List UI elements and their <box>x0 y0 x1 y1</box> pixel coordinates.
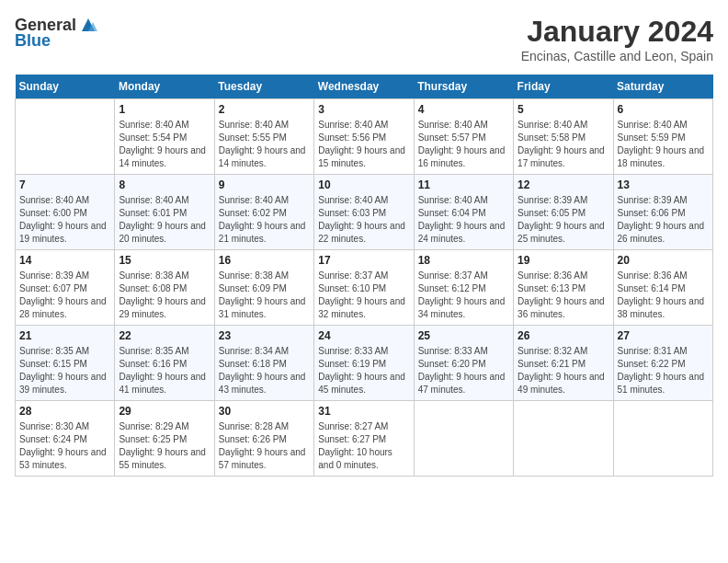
day-detail: Sunrise: 8:30 AMSunset: 6:24 PMDaylight:… <box>19 420 110 472</box>
day-number: 21 <box>19 329 110 342</box>
day-number: 17 <box>318 254 409 267</box>
day-number: 27 <box>618 329 709 342</box>
calendar-cell: 24Sunrise: 8:33 AMSunset: 6:19 PMDayligh… <box>314 326 414 401</box>
calendar-cell <box>414 401 513 477</box>
day-detail: Sunrise: 8:29 AMSunset: 6:25 PMDaylight:… <box>119 420 210 472</box>
day-number: 7 <box>19 178 110 191</box>
calendar-cell: 28Sunrise: 8:30 AMSunset: 6:24 PMDayligh… <box>16 401 115 477</box>
week-row-4: 21Sunrise: 8:35 AMSunset: 6:15 PMDayligh… <box>16 326 713 401</box>
day-detail: Sunrise: 8:40 AMSunset: 5:58 PMDaylight:… <box>518 119 609 170</box>
day-detail: Sunrise: 8:40 AMSunset: 5:57 PMDaylight:… <box>418 119 509 170</box>
day-header-tuesday: Tuesday <box>214 75 313 99</box>
day-number: 29 <box>119 405 210 418</box>
day-number: 24 <box>318 329 409 342</box>
day-number: 14 <box>19 254 110 267</box>
calendar-cell: 12Sunrise: 8:39 AMSunset: 6:05 PMDayligh… <box>514 175 613 250</box>
day-detail: Sunrise: 8:33 AMSunset: 6:20 PMDaylight:… <box>418 345 509 396</box>
calendar-cell: 15Sunrise: 8:38 AMSunset: 6:08 PMDayligh… <box>115 250 214 326</box>
day-detail: Sunrise: 8:40 AMSunset: 6:00 PMDaylight:… <box>19 194 110 246</box>
calendar-cell: 1Sunrise: 8:40 AMSunset: 5:54 PMDaylight… <box>115 99 214 175</box>
calendar-cell: 21Sunrise: 8:35 AMSunset: 6:15 PMDayligh… <box>16 326 115 401</box>
day-detail: Sunrise: 8:38 AMSunset: 6:09 PMDaylight:… <box>219 270 310 321</box>
day-number: 31 <box>318 405 409 418</box>
day-number: 23 <box>219 329 310 342</box>
day-number: 19 <box>518 254 609 267</box>
calendar-cell: 30Sunrise: 8:28 AMSunset: 6:26 PMDayligh… <box>214 401 313 477</box>
day-header-saturday: Saturday <box>613 75 712 99</box>
main-title: January 2024 <box>521 15 713 49</box>
day-detail: Sunrise: 8:32 AMSunset: 6:21 PMDaylight:… <box>518 345 609 396</box>
day-number: 25 <box>418 329 509 342</box>
day-detail: Sunrise: 8:27 AMSunset: 6:27 PMDaylight:… <box>318 420 409 472</box>
logo-blue: Blue <box>15 31 51 51</box>
day-number: 2 <box>219 103 310 116</box>
calendar-cell: 4Sunrise: 8:40 AMSunset: 5:57 PMDaylight… <box>414 99 513 175</box>
day-detail: Sunrise: 8:40 AMSunset: 6:03 PMDaylight:… <box>318 194 409 246</box>
calendar-cell <box>16 99 115 175</box>
day-number: 20 <box>618 254 709 267</box>
day-header-thursday: Thursday <box>414 75 513 99</box>
day-number: 10 <box>318 178 409 191</box>
day-number: 1 <box>119 103 210 116</box>
day-detail: Sunrise: 8:37 AMSunset: 6:12 PMDaylight:… <box>418 270 509 321</box>
day-detail: Sunrise: 8:36 AMSunset: 6:14 PMDaylight:… <box>618 270 709 321</box>
day-detail: Sunrise: 8:40 AMSunset: 6:02 PMDaylight:… <box>219 194 310 246</box>
calendar-cell: 25Sunrise: 8:33 AMSunset: 6:20 PMDayligh… <box>414 326 513 401</box>
day-number: 5 <box>518 103 609 116</box>
week-row-5: 28Sunrise: 8:30 AMSunset: 6:24 PMDayligh… <box>16 401 713 477</box>
calendar-cell: 22Sunrise: 8:35 AMSunset: 6:16 PMDayligh… <box>115 326 214 401</box>
day-header-friday: Friday <box>514 75 613 99</box>
calendar-cell: 23Sunrise: 8:34 AMSunset: 6:18 PMDayligh… <box>214 326 313 401</box>
calendar-cell <box>613 401 712 477</box>
header-row: SundayMondayTuesdayWednesdayThursdayFrid… <box>16 75 713 99</box>
logo-icon <box>78 15 98 35</box>
day-number: 13 <box>618 178 709 191</box>
day-number: 28 <box>19 405 110 418</box>
subtitle: Encinas, Castille and Leon, Spain <box>521 49 713 63</box>
day-detail: Sunrise: 8:31 AMSunset: 6:22 PMDaylight:… <box>618 345 709 396</box>
day-detail: Sunrise: 8:40 AMSunset: 5:59 PMDaylight:… <box>618 119 709 170</box>
calendar-table: SundayMondayTuesdayWednesdayThursdayFrid… <box>15 75 713 477</box>
day-number: 11 <box>418 178 509 191</box>
day-detail: Sunrise: 8:40 AMSunset: 6:01 PMDaylight:… <box>119 194 210 246</box>
day-number: 16 <box>219 254 310 267</box>
calendar-cell: 18Sunrise: 8:37 AMSunset: 6:12 PMDayligh… <box>414 250 513 326</box>
week-row-1: 1Sunrise: 8:40 AMSunset: 5:54 PMDaylight… <box>16 99 713 175</box>
header: General Blue January 2024 Encinas, Casti… <box>15 15 713 63</box>
day-header-monday: Monday <box>115 75 214 99</box>
day-number: 26 <box>518 329 609 342</box>
day-detail: Sunrise: 8:35 AMSunset: 6:16 PMDaylight:… <box>119 345 210 396</box>
calendar-cell: 16Sunrise: 8:38 AMSunset: 6:09 PMDayligh… <box>214 250 313 326</box>
day-number: 22 <box>119 329 210 342</box>
day-number: 8 <box>119 178 210 191</box>
day-detail: Sunrise: 8:39 AMSunset: 6:06 PMDaylight:… <box>618 194 709 246</box>
day-detail: Sunrise: 8:40 AMSunset: 5:56 PMDaylight:… <box>318 119 409 170</box>
day-header-sunday: Sunday <box>16 75 115 99</box>
day-detail: Sunrise: 8:36 AMSunset: 6:13 PMDaylight:… <box>518 270 609 321</box>
day-detail: Sunrise: 8:37 AMSunset: 6:10 PMDaylight:… <box>318 270 409 321</box>
day-detail: Sunrise: 8:34 AMSunset: 6:18 PMDaylight:… <box>219 345 310 396</box>
calendar-cell: 9Sunrise: 8:40 AMSunset: 6:02 PMDaylight… <box>214 175 313 250</box>
day-detail: Sunrise: 8:39 AMSunset: 6:05 PMDaylight:… <box>518 194 609 246</box>
calendar-cell: 11Sunrise: 8:40 AMSunset: 6:04 PMDayligh… <box>414 175 513 250</box>
calendar-cell: 2Sunrise: 8:40 AMSunset: 5:55 PMDaylight… <box>214 99 313 175</box>
day-number: 6 <box>618 103 709 116</box>
day-detail: Sunrise: 8:40 AMSunset: 5:54 PMDaylight:… <box>119 119 210 170</box>
calendar-cell: 10Sunrise: 8:40 AMSunset: 6:03 PMDayligh… <box>314 175 414 250</box>
calendar-cell: 6Sunrise: 8:40 AMSunset: 5:59 PMDaylight… <box>613 99 712 175</box>
day-number: 15 <box>119 254 210 267</box>
calendar-cell: 14Sunrise: 8:39 AMSunset: 6:07 PMDayligh… <box>16 250 115 326</box>
day-detail: Sunrise: 8:28 AMSunset: 6:26 PMDaylight:… <box>219 420 310 472</box>
day-number: 9 <box>219 178 310 191</box>
day-number: 12 <box>518 178 609 191</box>
calendar-cell: 8Sunrise: 8:40 AMSunset: 6:01 PMDaylight… <box>115 175 214 250</box>
day-number: 4 <box>418 103 509 116</box>
day-detail: Sunrise: 8:33 AMSunset: 6:19 PMDaylight:… <box>318 345 409 396</box>
title-area: January 2024 Encinas, Castille and Leon,… <box>521 15 713 63</box>
day-detail: Sunrise: 8:40 AMSunset: 5:55 PMDaylight:… <box>219 119 310 170</box>
calendar-cell: 31Sunrise: 8:27 AMSunset: 6:27 PMDayligh… <box>314 401 414 477</box>
day-detail: Sunrise: 8:39 AMSunset: 6:07 PMDaylight:… <box>19 270 110 321</box>
day-detail: Sunrise: 8:35 AMSunset: 6:15 PMDaylight:… <box>19 345 110 396</box>
calendar-cell <box>514 401 613 477</box>
calendar-cell: 19Sunrise: 8:36 AMSunset: 6:13 PMDayligh… <box>514 250 613 326</box>
